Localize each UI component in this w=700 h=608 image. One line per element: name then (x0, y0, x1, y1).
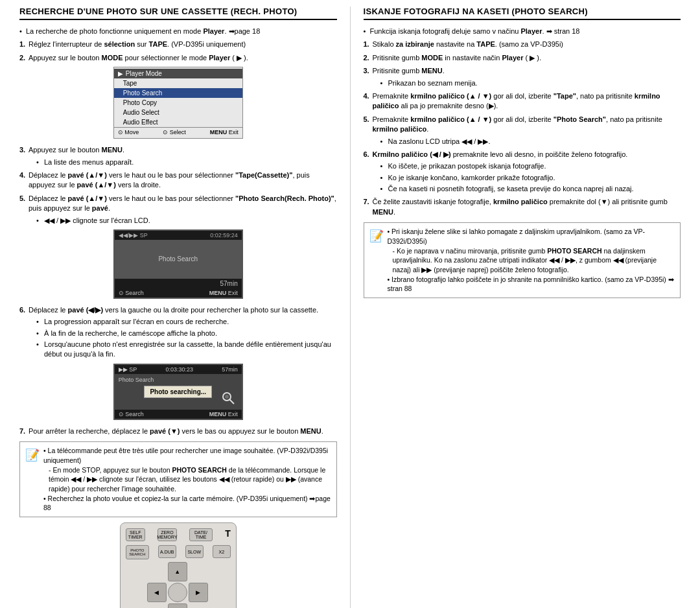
dpad-empty-bl (147, 603, 167, 608)
right-steps-list: 1. Stikalo za izbiranje nastavite na TAP… (364, 40, 681, 217)
dpad-empty-tl (147, 562, 167, 581)
list-item: Lorsqu'aucune photo n'est enregistrée su… (36, 340, 337, 360)
remote-col-selftimer: SELFTIMER (126, 528, 145, 541)
list-item: 1. Réglez l'interrupteur de sélection su… (19, 40, 337, 49)
menu-item-audioeffect: Audio Effect (114, 117, 242, 127)
sub-list: Na zaslonu LCD utripa ◀◀ / ▶▶. (373, 137, 681, 146)
remote-mid-row: PHOTOSEARCH A.DUB SLOW X2 (126, 545, 231, 559)
list-item: Funkcija iskanja fotografij deluje samo … (364, 27, 681, 36)
dpad-up-button[interactable]: ▲ (168, 562, 187, 581)
searching-top: ▶▶ SP 0:03:30:23 57min (115, 365, 242, 374)
searching-label-left: ▶▶ SP (119, 366, 137, 373)
list-item: À la fin de la recherche, le caméscope a… (36, 329, 337, 338)
right-note-box: 📝 • Pri iskanju želene slike si lahko po… (364, 222, 681, 298)
menu-select-label: ⊙ Select (163, 129, 186, 135)
x2-button[interactable]: X2 (213, 545, 231, 558)
list-item: Prikazan bo seznam menija. (380, 78, 681, 88)
date-time-button[interactable]: DATE/TIME (189, 528, 213, 541)
menu-bottom: ⊙ Move ⊙ Select MENU Exit (114, 127, 242, 137)
remote-top-row: SELFTIMER ZEROMEMORY DATE/TIME T (126, 528, 231, 541)
note-content: • La télécommande peut être très utile p… (43, 446, 331, 513)
note-icon: 📝 (25, 447, 40, 513)
list-item: Na zaslonu LCD utripa ◀◀ / ▶▶. (380, 137, 681, 146)
menu-item-tape: Tape (114, 78, 242, 88)
playback1-main: Photo Search (115, 240, 242, 279)
playback1-time: 57min (220, 280, 238, 287)
dpad-left-button[interactable]: ◀ (147, 583, 167, 602)
remote-col-zeromemory: ZEROMEMORY (158, 528, 177, 541)
list-item: 7. Če želite zaustaviti iskanje fotograf… (364, 197, 681, 217)
screen-playback1-container: ◀◀/▶▶ SP 0:02:59:24 Photo Search 57min ⊙… (19, 229, 337, 301)
photo-searching-text: Photo searching... (144, 386, 212, 398)
dpad-empty-tr (189, 562, 208, 581)
menu-title-bar: ▶ Player Mode (114, 69, 242, 78)
note-line-2: - En mode STOP, appuyez sur le bouton PH… (43, 465, 331, 494)
playback1-top-right: 0:02:59:24 (210, 232, 238, 239)
screen-menu: ▶ Player Mode Tape Photo Search Photo Co… (113, 67, 243, 139)
right-intro-list: Funkcija iskanja fotografij deluje samo … (364, 27, 681, 36)
svg-line-1 (229, 399, 234, 404)
note-line-1: • La télécommande peut être très utile p… (43, 446, 331, 465)
remote-col-T: T (225, 528, 231, 541)
list-item: Če na kaseti ni posnetih fotografij, se … (380, 184, 681, 194)
dpad-empty-br (189, 603, 208, 608)
right-note-line-3: • Izbrano fotografijo lahko poiščete in … (388, 275, 675, 294)
photo-search-button[interactable]: PHOTOSEARCH (126, 545, 149, 559)
playback1-bottom: ⊙ Search MENU Exit (115, 288, 242, 298)
sub-list: Ko iščete, je prikazan postopek iskanja … (373, 161, 681, 194)
menu-item-photocopy: Photo Copy (114, 98, 242, 108)
column-divider (350, 6, 351, 608)
searching-exit-btn: MENU Exit (209, 411, 238, 417)
screen-searching: ▶▶ SP 0:03:30:23 57min Photo Search Phot… (113, 364, 243, 420)
menu-item-audioselect: Audio Select (114, 108, 242, 117)
dpad-right-button[interactable]: ▶ (189, 583, 208, 602)
list-item: 7. Pour arrêter la recherche, déplacez l… (19, 427, 337, 436)
list-item: ◀◀ / ▶▶ clignote sur l'écran LCD. (36, 216, 337, 226)
list-item: La progression apparaît sur l'écran en c… (36, 317, 337, 327)
right-note-line-2: - Ko je naprava v načinu mirovanja, prit… (388, 246, 675, 275)
playback1-time-row: 57min (115, 279, 242, 288)
list-item: 2. Pritisnite gumb MODE in nastavite nač… (364, 53, 681, 63)
page: RECHERCHE D'UNE PHOTO SUR UNE CASSETTE (… (0, 0, 700, 608)
left-steps-list: 1. Réglez l'interrupteur de sélection su… (19, 40, 337, 436)
list-item: 6. Déplacez le pavé (◀/▶) vers la gauche… (19, 305, 337, 360)
searching-label-right: 0:03:30:23 (165, 366, 193, 373)
zero-memory-button[interactable]: ZEROMEMORY (158, 528, 177, 541)
screen-searching-container: ▶▶ SP 0:03:30:23 57min Photo Search Phot… (19, 364, 337, 423)
sub-list: La progression apparaît sur l'écran en c… (29, 317, 337, 360)
list-item: Ko iščete, je prikazan postopek iskanja … (380, 161, 681, 171)
searching-bottom: ⊙ Search MENU Exit (115, 410, 242, 419)
playback1-top-left: ◀◀/▶▶ SP (119, 232, 148, 239)
a-dub-button[interactable]: A.DUB (158, 545, 176, 558)
note-line-3: • Recherchez la photo voulue et copiez-l… (43, 494, 331, 513)
list-item: 2. Appuyez sur le bouton MODE pour sélec… (19, 53, 337, 63)
playback1-info: ◀◀/▶▶ SP 0:02:59:24 (115, 231, 242, 240)
slow-button[interactable]: SLOW (185, 545, 204, 558)
self-timer-button[interactable]: SELFTIMER (126, 528, 145, 541)
dpad-center-button[interactable] (168, 583, 187, 602)
dpad-down-button[interactable]: ▼ (168, 603, 187, 608)
search-icon (221, 391, 235, 406)
right-column: ISKANJE FOTOGRAFIJ NA KASETI (PHOTO SEAR… (357, 6, 681, 608)
right-note-content: • Pri iskanju želene slike si lahko poma… (388, 227, 675, 294)
remote-container: SELFTIMER ZEROMEMORY DATE/TIME T (19, 522, 337, 608)
remote-dpad: ▲ ◀ ▶ ▼ (147, 562, 209, 608)
note-icon-right: 📝 (369, 228, 384, 294)
list-item: La recherche de photo fonctionne uniquem… (19, 27, 337, 36)
list-item: Ko je iskanje končano, kamkorder prikaže… (380, 173, 681, 183)
remote-col-datetime: DATE/TIME (189, 528, 213, 541)
searching-main: Photo Search Photo searching... (115, 374, 242, 410)
list-item: 5. Premaknite krmilno paličico (▲ / ▼) g… (364, 115, 681, 146)
screen-menu-container: ▶ Player Mode Tape Photo Search Photo Co… (19, 67, 337, 141)
left-section-title: RECHERCHE D'UNE PHOTO SUR UNE CASSETTE (… (19, 6, 337, 20)
left-note-box: 📝 • La télécommande peut être très utile… (19, 441, 337, 517)
t-label: T (225, 528, 231, 539)
menu-title-icon: ▶ (118, 70, 123, 77)
list-item: 4. Déplacez le pavé (▲/▼) vers le haut o… (19, 170, 337, 191)
left-column: RECHERCHE D'UNE PHOTO SUR UNE CASSETTE (… (19, 6, 344, 608)
list-item: La liste des menus apparaît. (36, 158, 337, 167)
menu-exit-label: MENU Exit (210, 129, 239, 135)
list-item: 5. Déplacez le pavé (▲/▼) vers le haut o… (19, 194, 337, 226)
sub-list: Prikazan bo seznam menija. (373, 78, 681, 88)
right-section-title: ISKANJE FOTOGRAFIJ NA KASETI (PHOTO SEAR… (364, 6, 681, 20)
